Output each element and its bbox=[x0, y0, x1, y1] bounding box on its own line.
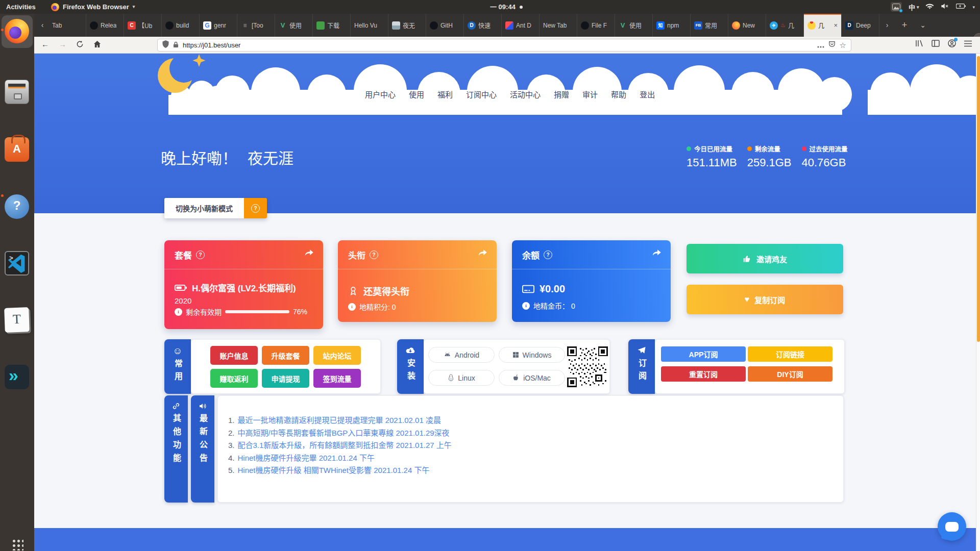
subscribe-action-button[interactable]: 重置订阅 bbox=[661, 366, 746, 382]
copy-subscription-button[interactable]: ♥ 复制订阅 bbox=[687, 285, 843, 314]
share-arrow-icon[interactable] bbox=[304, 248, 314, 259]
newbie-mode-toggle[interactable]: 切换为小萌新模式 ? bbox=[164, 198, 267, 218]
browser-tab[interactable]: 夜无 bbox=[388, 14, 426, 37]
browser-tab[interactable]: ≡ [Too bbox=[237, 14, 275, 37]
lock-icon[interactable] bbox=[173, 41, 179, 50]
site-nav-link[interactable]: 用户中心 bbox=[365, 89, 396, 99]
shield-icon[interactable] bbox=[162, 40, 169, 50]
dock-item-text-editor[interactable] bbox=[4, 307, 30, 333]
install-section-tab[interactable]: 安装 bbox=[397, 339, 424, 394]
announcement-link[interactable]: 配合3.1新版本升級，所有餘額調整到抵扣金幣 2021.01.27 上午 bbox=[238, 439, 452, 452]
site-nav-link[interactable]: 帮助 bbox=[611, 89, 626, 99]
browser-tab[interactable]: 知 npm bbox=[653, 14, 691, 37]
announcement-link[interactable]: 最近一批地精邀請返利提現已提現處理完畢 2021.02.01 凌晨 bbox=[238, 414, 441, 427]
subscribe-action-button[interactable]: DIY订阅 bbox=[748, 366, 832, 382]
forward-button[interactable]: → bbox=[59, 40, 66, 48]
browser-tab[interactable]: build bbox=[162, 14, 200, 37]
common-action-button[interactable]: 签到流量 bbox=[313, 369, 361, 388]
dock-item-vscode[interactable] bbox=[5, 251, 29, 275]
scrollbar-thumb[interactable] bbox=[977, 56, 980, 342]
newbie-mode-label[interactable]: 切换为小萌新模式 bbox=[164, 198, 244, 218]
common-action-button[interactable]: 申请提现 bbox=[262, 369, 309, 388]
home-button[interactable] bbox=[93, 40, 101, 49]
other-features-tab[interactable]: 其他功能 bbox=[164, 395, 188, 503]
windows-download-button[interactable]: Windows bbox=[499, 347, 565, 363]
browser-tab[interactable]: File F bbox=[577, 14, 615, 37]
site-nav-link[interactable]: 审计 bbox=[582, 89, 598, 99]
input-method-indicator[interactable]: 中 ▾ bbox=[909, 2, 919, 12]
library-icon[interactable] bbox=[915, 39, 923, 49]
announcement-link[interactable]: Hinet機房硬件升級完畢 2021.01.24 下午 bbox=[238, 452, 375, 465]
invite-friends-button[interactable]: 邀请鸡友 bbox=[687, 244, 843, 273]
common-section-tab[interactable]: ☺ 常用 bbox=[164, 339, 191, 394]
chevron-down-icon[interactable]: ▾ bbox=[972, 5, 975, 10]
page-actions-icon[interactable] bbox=[817, 41, 824, 50]
share-arrow-icon[interactable] bbox=[652, 248, 662, 259]
browser-tab[interactable]: ✈ ♨ 几 bbox=[766, 14, 804, 37]
dock-item-file-manager[interactable] bbox=[5, 80, 29, 104]
screenshot-tool-icon[interactable] bbox=[891, 2, 902, 12]
app-menu[interactable]: Firefox Web Browser ▾ bbox=[51, 0, 135, 14]
site-nav-link[interactable]: 捐赠 bbox=[554, 89, 569, 99]
site-nav-link[interactable]: 活动中心 bbox=[510, 89, 541, 99]
site-nav-link[interactable]: 福利 bbox=[437, 89, 453, 99]
android-download-button[interactable]: Android bbox=[428, 347, 495, 363]
common-action-button[interactable]: 升级套餐 bbox=[262, 346, 309, 365]
pocket-icon[interactable] bbox=[828, 41, 836, 50]
url-text[interactable]: https://j01.best/user bbox=[183, 41, 813, 49]
clock[interactable]: 一 09:44 bbox=[490, 0, 523, 14]
dock-item-firefox[interactable] bbox=[5, 19, 29, 43]
menu-hamburger-icon[interactable] bbox=[964, 40, 972, 49]
common-action-button[interactable]: 赚取返利 bbox=[210, 369, 258, 388]
tab-scroll-right-button[interactable]: › bbox=[882, 14, 892, 37]
common-action-button[interactable]: 站内论坛 bbox=[313, 346, 361, 365]
site-nav-link[interactable]: 登出 bbox=[640, 89, 655, 99]
newbie-mode-help-button[interactable]: ? bbox=[244, 198, 267, 218]
question-circle-icon[interactable]: ? bbox=[196, 251, 205, 259]
wifi-icon[interactable] bbox=[925, 3, 934, 11]
browser-tab[interactable]: D 快速 bbox=[464, 14, 502, 37]
question-circle-icon[interactable]: ? bbox=[370, 251, 378, 259]
subscribe-section-tab[interactable]: 订阅 bbox=[628, 339, 655, 394]
back-button[interactable]: ← bbox=[41, 40, 49, 48]
chat-widget-button[interactable] bbox=[938, 512, 966, 541]
browser-tab[interactable]: V 使用 bbox=[615, 14, 653, 37]
browser-tab[interactable]: Hello Vu bbox=[351, 14, 388, 37]
url-bar[interactable]: https://j01.best/user ☆ bbox=[157, 39, 851, 52]
browser-tab[interactable]: G genr bbox=[200, 14, 237, 37]
browser-tab[interactable]: FB 常用 bbox=[691, 14, 728, 37]
dock-item-help[interactable] bbox=[5, 194, 29, 219]
browser-tab[interactable]: 下载 bbox=[313, 14, 351, 37]
site-nav-link[interactable]: 使用 bbox=[409, 89, 424, 99]
browser-tab[interactable]: New bbox=[728, 14, 766, 37]
subscribe-action-button[interactable]: APP订阅 bbox=[661, 346, 746, 362]
subscribe-action-button[interactable]: 订阅链接 bbox=[748, 346, 832, 362]
browser-tab[interactable]: New Tab bbox=[540, 14, 577, 37]
question-circle-icon[interactable]: ? bbox=[544, 251, 552, 259]
browser-tab[interactable]: D Deep bbox=[842, 14, 879, 37]
browser-tab[interactable]: Ant D bbox=[502, 14, 540, 37]
activities-button[interactable]: Activities bbox=[6, 0, 36, 14]
linux-download-button[interactable]: Linux bbox=[428, 370, 495, 386]
browser-tab[interactable]: Tab bbox=[48, 14, 86, 37]
tab-list-dropdown-button[interactable]: ⌄ bbox=[917, 14, 929, 37]
show-applications-button[interactable] bbox=[11, 538, 23, 550]
browser-tab[interactable]: Relea bbox=[86, 14, 124, 37]
announcement-link[interactable]: 中高短期/中等長期套餐新增BGP入口華東專線 2021.01.29深夜 bbox=[238, 427, 450, 440]
sidebar-icon[interactable] bbox=[932, 39, 940, 49]
scrollbar[interactable] bbox=[976, 54, 980, 551]
site-nav-link[interactable]: 订阅中心 bbox=[466, 89, 497, 99]
browser-tab[interactable]: V 使用 bbox=[275, 14, 313, 37]
common-action-button[interactable]: 账户信息 bbox=[210, 346, 258, 365]
browser-tab[interactable]: GitH bbox=[426, 14, 464, 37]
dock-item-remote-tool[interactable] bbox=[5, 365, 29, 389]
latest-news-tab[interactable]: 最新公告 bbox=[191, 395, 214, 503]
browser-tab[interactable]: 几 × bbox=[804, 14, 842, 37]
tab-scroll-left-button[interactable]: ‹ bbox=[37, 14, 47, 37]
new-tab-button[interactable]: + bbox=[898, 14, 911, 37]
bookmark-star-icon[interactable]: ☆ bbox=[840, 41, 846, 49]
ios-mac-download-button[interactable]: iOS/Mac bbox=[499, 370, 565, 386]
share-arrow-icon[interactable] bbox=[478, 248, 487, 259]
dock-item-ubuntu-software[interactable] bbox=[5, 137, 29, 162]
reload-button[interactable] bbox=[76, 40, 84, 49]
